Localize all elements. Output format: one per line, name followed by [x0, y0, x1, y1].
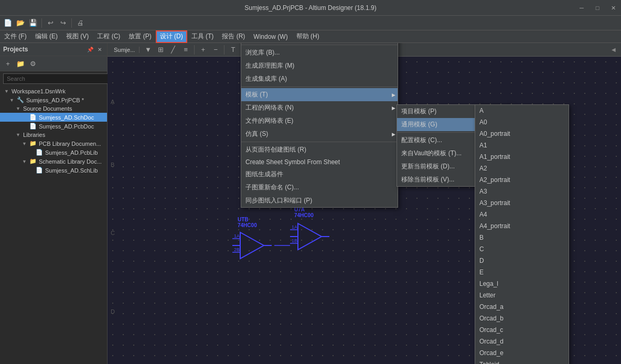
- design-menu-netlist-file[interactable]: 文件的网络表 (E): [241, 114, 398, 127]
- maximize-button[interactable]: □: [590, 0, 605, 16]
- gate-u7a-label: U7A74HC00: [294, 207, 314, 218]
- gt-D[interactable]: D: [475, 255, 569, 266]
- netlist-file-label: 文件的网络表 (E): [245, 116, 293, 125]
- design-menu-gen-intlib[interactable]: 生成集成库 (A): [241, 72, 398, 85]
- new-icon[interactable]: 📄: [2, 17, 14, 29]
- tree-libraries[interactable]: ▼ Libraries: [0, 131, 107, 139]
- menu-tools[interactable]: 工具 (T): [187, 30, 218, 43]
- design-menu-update-pcb[interactable]: Update PCB Document Sumjess_AD.PcbDoc: [241, 43, 398, 44]
- menu-view[interactable]: 视图 (V): [62, 30, 93, 43]
- tree-source-docs[interactable]: ▼ Source Documents: [0, 104, 107, 113]
- schlib-folder-icon: 📁: [29, 158, 37, 165]
- border-label-c: C: [111, 230, 115, 236]
- design-menu-gen-schlib[interactable]: 生成原理图库 (M): [241, 59, 398, 72]
- design-menu-create-sheet-symbol[interactable]: Create Sheet Symbol From Sheet: [241, 156, 398, 168]
- design-menu-simulate[interactable]: 仿真 (S) ▶: [241, 127, 398, 141]
- zoom-in-icon[interactable]: +: [197, 44, 209, 56]
- sidebar-close-button[interactable]: ✕: [95, 45, 104, 53]
- gt-Orcad-d[interactable]: Orcad_d: [475, 336, 569, 347]
- schematic-canvas[interactable]: A B C D UTB74HC00 1A 2B: [108, 57, 621, 364]
- print-icon[interactable]: 🖨: [74, 17, 86, 29]
- gt-A4p[interactable]: A4_portrait: [475, 220, 569, 232]
- border-label-d: D: [111, 308, 115, 315]
- gt-A1-label: A1: [479, 142, 487, 149]
- filter-icon[interactable]: ▼: [142, 44, 154, 56]
- gt-A0p[interactable]: A0_portrait: [475, 128, 569, 140]
- gt-C[interactable]: C: [475, 243, 569, 255]
- gt-A4[interactable]: A4: [475, 209, 569, 220]
- gt-Orcad-e[interactable]: Orcad_e: [475, 347, 569, 359]
- from-vault-label: 来自Vault的模板 (T)...: [401, 149, 462, 158]
- menu-reports[interactable]: 报告 (R): [218, 30, 249, 43]
- zoom-out-icon[interactable]: −: [210, 44, 221, 56]
- sidebar-gear-icon[interactable]: ⚙: [27, 58, 39, 69]
- wire-icon[interactable]: ╱: [167, 44, 179, 56]
- sidebar-folder-icon[interactable]: 📁: [15, 58, 26, 69]
- tree-schlib-folder[interactable]: ▼ 📁 Schematic Library Doc...: [0, 157, 107, 166]
- gt-Orcad-c[interactable]: Orcad_c: [475, 324, 569, 336]
- gt-B[interactable]: B: [475, 232, 569, 243]
- gt-A1p[interactable]: A1_portrait: [475, 151, 569, 163]
- sidebar-add-icon[interactable]: +: [2, 58, 14, 69]
- gt-Tabloid[interactable]: Tabloid: [475, 359, 569, 364]
- save-icon[interactable]: 💾: [27, 17, 39, 29]
- tree-schdoc[interactable]: 📄 Sumjess_AD.SchDoc: [0, 113, 107, 122]
- gen-schlib-label: 生成原理图库 (M): [245, 61, 294, 70]
- gt-A3[interactable]: A3: [475, 186, 569, 197]
- tab-schdoc[interactable]: Sumje...: [110, 47, 140, 53]
- gt-A0[interactable]: A0: [475, 116, 569, 128]
- gt-A2[interactable]: A2: [475, 163, 569, 174]
- text-icon[interactable]: T: [227, 44, 239, 56]
- close-button[interactable]: ✕: [605, 0, 621, 16]
- gt-A4-label: A4: [479, 211, 487, 218]
- gt-Orcad-b[interactable]: Orcad_b: [475, 313, 569, 324]
- tree-project[interactable]: ▼ 🔧 Sumjess_AD.PrjPCB *: [0, 95, 107, 104]
- design-menu-create-from-symbol[interactable]: 从页面符创建图纸 (R): [241, 143, 398, 156]
- gt-Legal[interactable]: Lega_l: [475, 278, 569, 290]
- gt-Letter[interactable]: Letter: [475, 290, 569, 301]
- gt-A0-label: A0: [479, 119, 487, 126]
- menu-window[interactable]: Window (W): [249, 30, 292, 43]
- menu-edit[interactable]: 编辑 (E): [31, 30, 62, 43]
- gt-A2p[interactable]: A2_portrait: [475, 174, 569, 186]
- menu-project[interactable]: 工程 (C): [93, 30, 124, 43]
- menu-place[interactable]: 放置 (P): [124, 30, 155, 43]
- minimize-button[interactable]: ─: [574, 0, 590, 16]
- gt-Orcad-a[interactable]: Orcad_a: [475, 301, 569, 313]
- menu-file[interactable]: 文件 (F): [0, 30, 31, 43]
- design-menu-netlist-proj[interactable]: 工程的网络表 (N) ▶: [241, 101, 398, 114]
- pcblib-icon: 📄: [36, 149, 43, 156]
- tree-workspace[interactable]: ▼ Workspace1.DsnWrk: [0, 87, 107, 95]
- component-icon[interactable]: ⊞: [155, 44, 166, 56]
- sidebar-pin-button[interactable]: 📌: [86, 45, 94, 53]
- toolbar-sep2: [71, 18, 72, 28]
- gt-Orcad-c-label: Orcad_c: [479, 326, 503, 334]
- design-menu-template[interactable]: 模板 (T) ▶: [241, 88, 398, 101]
- project-expand-arrow: ▼: [9, 98, 15, 103]
- tree-pcbdoc[interactable]: 📄 Sumjess_AD.PcbDoc: [0, 122, 107, 131]
- tree-pcblib-folder[interactable]: ▼ 📁 PCB Library Documen...: [0, 139, 107, 148]
- design-menu-sync[interactable]: 同步图纸入口和端口 (P): [241, 194, 398, 207]
- gt-A[interactable]: A: [475, 105, 569, 116]
- gen-intlib-label: 生成集成库 (A): [245, 74, 287, 83]
- gt-Legal-label: Lega_l: [479, 280, 498, 287]
- gt-E[interactable]: E: [475, 266, 569, 278]
- browse-lib-label: 浏览库 (B)...: [245, 48, 280, 57]
- undo-icon[interactable]: ↩: [45, 17, 56, 29]
- tree-schlib[interactable]: 📄 Sumjess_AD.SchLib: [0, 166, 107, 175]
- design-menu-rename[interactable]: 子图重新命名 (C)...: [241, 181, 398, 194]
- netlist-proj-arrow: ▶: [392, 105, 395, 111]
- open-icon[interactable]: 📂: [15, 17, 26, 29]
- net-icon[interactable]: ≡: [180, 44, 191, 56]
- lib-label: Libraries: [23, 132, 45, 138]
- tree-pcblib[interactable]: 📄 Sumjess_AD.PcbLib: [0, 148, 107, 157]
- design-menu-sheet-gen[interactable]: 图纸生成器件: [241, 168, 398, 181]
- redo-icon[interactable]: ↪: [57, 17, 69, 29]
- menu-design[interactable]: 设计 (D): [156, 30, 187, 43]
- search-input[interactable]: [3, 73, 110, 84]
- schlib-expand-arrow: ▼: [22, 159, 27, 164]
- design-menu-browse-lib[interactable]: 浏览库 (B)...: [241, 46, 398, 59]
- menu-help[interactable]: 帮助 (H): [292, 30, 324, 43]
- gt-A3p[interactable]: A3_portrait: [475, 197, 569, 209]
- gt-A1[interactable]: A1: [475, 140, 569, 151]
